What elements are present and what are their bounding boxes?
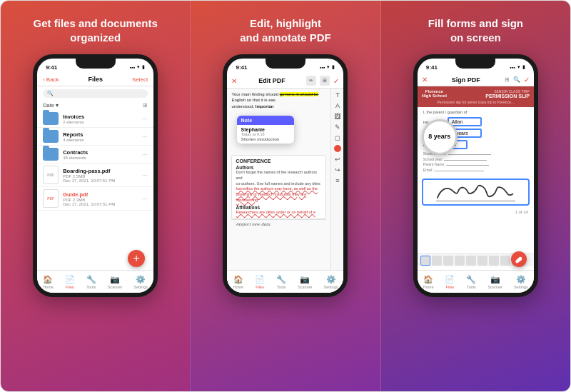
tab-tools-m[interactable]: 🔧 Tools [276, 275, 286, 289]
bold-text: Importan [256, 104, 274, 109]
tab-scanner-r[interactable]: 📷 Scanner [487, 275, 502, 289]
tab-settings-r[interactable]: ⚙️ Settings [514, 275, 528, 289]
close-sign-button[interactable]: ✕ [422, 76, 428, 84]
list-item[interactable]: PDF Boarding-pass.pdf PDF 2.5MBDec 17, 2… [37, 164, 153, 187]
sign-fab[interactable] [511, 251, 527, 267]
settings-icon: ⚙️ [136, 275, 146, 284]
tab-scanner[interactable]: 📷 Scanner [108, 275, 123, 289]
more-icon[interactable]: ··· [142, 195, 148, 203]
image-icon[interactable]: 🖼 [334, 113, 340, 120]
panel-left-title: Get files and documentsorganized [34, 16, 158, 44]
font-icon[interactable]: A [335, 102, 340, 109]
note-time: Today at 9:16 [241, 132, 290, 136]
tab-home[interactable]: 🏠 Home [43, 275, 54, 289]
list-item[interactable]: Reports 4 elements ··· [37, 128, 153, 146]
thumb-6[interactable] [477, 256, 487, 266]
panel-right: Fill forms and signon screen 9:41 ▪▪▪ ▾ … [381, 1, 570, 391]
edit-nav-title: Edit PDF [258, 77, 286, 84]
sign-nav-icons: ⊞ 🔍 ✓ [505, 76, 530, 84]
thumb-5[interactable] [466, 256, 476, 266]
text-tool-icon[interactable]: T [335, 91, 340, 99]
shape-icon[interactable]: ◻ [335, 134, 340, 141]
list-item[interactable]: Invoices 2 elements ··· [37, 110, 153, 128]
grid-icon[interactable]: ⊞ [143, 102, 148, 109]
color-picker[interactable] [334, 145, 341, 152]
files-title: Files [89, 76, 103, 83]
tab-files[interactable]: 📄 Files [65, 275, 75, 289]
note-popup: Note Stephanie Today at 9:16 Shorten int… [237, 116, 294, 144]
tab-scanner-m[interactable]: 📷 Scanner [298, 275, 313, 289]
tab-tools-r[interactable]: 🔧 Tools [466, 275, 476, 289]
file-info: Guide.pdf PDF 2.3MBDec 17, 2021, 10:07:5… [63, 191, 138, 206]
draw-icon[interactable]: ✎ [335, 124, 340, 131]
undo-icon[interactable]: ↩ [335, 156, 340, 163]
panel-middle-title: Edit, highlightand annotate PDF [240, 16, 331, 44]
thumb-2[interactable] [432, 256, 442, 266]
file-info: Invoices 2 elements [63, 114, 138, 124]
thumb-4[interactable] [455, 256, 465, 266]
more-icon[interactable]: ··· [142, 133, 148, 141]
list-item[interactable]: Contracts 38 elements ··· [37, 146, 153, 164]
authors-title: Authors [236, 165, 322, 170]
tab-tools-label: Tools [86, 285, 96, 289]
tab-settings-m[interactable]: ⚙️ Settings [324, 275, 338, 289]
signature-svg [423, 180, 528, 204]
check-sign-icon[interactable]: ✓ [524, 76, 530, 84]
folder-icon [43, 148, 59, 161]
file-sub: PDF 2.5MBDec 17, 2021, 10:07:51 PM [63, 174, 138, 183]
affiliations-title: Affiliations [236, 205, 322, 210]
sort-button[interactable]: Date ▾ [43, 102, 59, 109]
school-name: FlorenceHigh School [422, 89, 447, 98]
tools-icon: 🔧 [466, 275, 476, 284]
list-item[interactable]: PDF Guide.pdf PDF 2.3MBDec 17, 2021, 10:… [37, 187, 153, 211]
tab-files-m[interactable]: 📄 Files [255, 275, 265, 289]
add-button[interactable]: + [128, 250, 145, 267]
signal-icon: ▪▪▪ [130, 65, 135, 70]
status-bar-middle: 9:41 ▪▪▪ ▾ ▮ [227, 59, 343, 74]
form-intro: I, the parent / guardian of [423, 110, 528, 114]
close-button[interactable]: ✕ [231, 77, 237, 85]
more-icon[interactable]: ··· [142, 171, 148, 179]
phone-left: 9:41 ▪▪▪ ▾ ▮ ‹ Back Files Select 🔍 [33, 54, 158, 297]
tab-files-r[interactable]: 📄 Files [445, 275, 455, 289]
file-name: Invoices [63, 114, 138, 120]
wifi-icon: ▾ [517, 64, 520, 70]
tab-settings-label: Settings [133, 285, 148, 289]
file-name: Contracts [63, 149, 138, 156]
signature-box[interactable] [422, 179, 530, 206]
file-sub: PDF 2.3MBDec 17, 2021, 10:07:51 PM [63, 198, 138, 206]
file-sub: 2 elements [63, 120, 138, 124]
thumb-7[interactable] [489, 256, 499, 266]
files-nav: ‹ Back Files Select [37, 74, 153, 86]
pencil-icon[interactable]: ✏ [306, 76, 316, 86]
panel-middle: Edit, highlightand annotate PDF 9:41 ▪▪▪… [190, 1, 380, 391]
tab-tools[interactable]: 🔧 Tools [86, 275, 96, 289]
file-info: Reports 4 elements [63, 131, 138, 142]
tab-home-r[interactable]: 🏠 Home [423, 275, 434, 289]
more-icon[interactable]: ··· [142, 115, 148, 123]
tab-settings[interactable]: ⚙️ Settings [133, 275, 148, 289]
time-right: 9:41 [426, 64, 438, 71]
signature-area: Amport new data [231, 219, 326, 228]
permission-title: PERMISSION SLIP [485, 94, 529, 99]
search-bar[interactable]: 🔍 [43, 89, 148, 98]
file-info: Contracts 38 elements [63, 149, 138, 160]
thumb-1[interactable] [420, 256, 430, 266]
panel-right-title: Fill forms and signon screen [428, 16, 523, 44]
sign-nav: ✕ Sign PDF ⊞ 🔍 ✓ [418, 74, 534, 86]
grid-edit-icon[interactable]: ⊞ [320, 76, 330, 86]
more-icon[interactable]: ··· [142, 151, 148, 159]
tab-home-label: Home [43, 285, 54, 289]
search-sign-icon[interactable]: 🔍 [513, 76, 520, 83]
select-button[interactable]: Select [132, 76, 148, 83]
file-name: Reports [63, 131, 138, 138]
note-author: Stephanie [241, 127, 290, 132]
tab-home-m[interactable]: 🏠 Home [233, 275, 243, 289]
check-icon[interactable]: ✓ [333, 77, 339, 85]
back-button[interactable]: ‹ Back [43, 76, 59, 83]
thumb-3[interactable] [443, 256, 453, 266]
grid-sign-icon[interactable]: ⊞ [505, 76, 510, 83]
redo-icon[interactable]: ↪ [335, 166, 340, 174]
thumb-8[interactable] [500, 256, 510, 266]
menu-icon[interactable]: ≡ [335, 177, 339, 184]
